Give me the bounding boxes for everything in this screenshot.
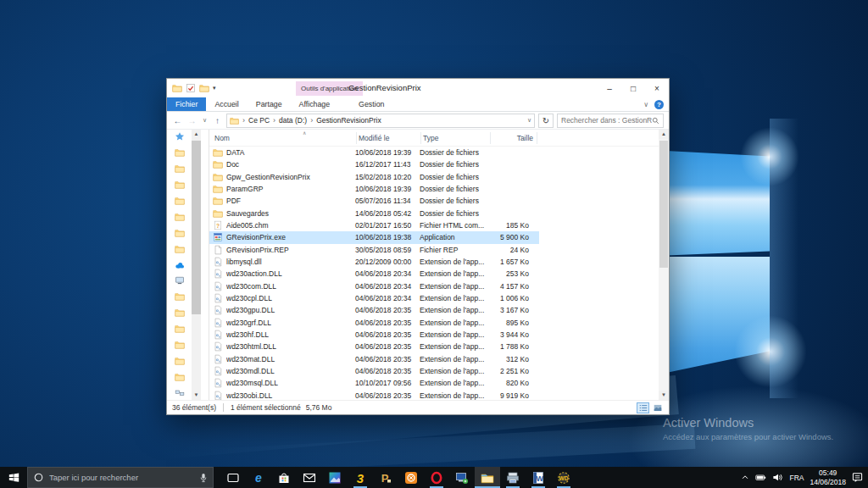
- navigation-scrollbar[interactable]: ▲ ▼: [192, 130, 201, 400]
- file-row[interactable]: PDF05/07/2016 11:34Dossier de fichiers: [209, 195, 539, 207]
- file-row[interactable]: ParamGRP10/06/2018 19:39Dossier de fichi…: [209, 183, 539, 195]
- folder-icon[interactable]: [175, 164, 185, 174]
- tab-gestion[interactable]: Gestion: [350, 97, 392, 111]
- up-icon[interactable]: ↑: [212, 116, 223, 125]
- forward-icon[interactable]: →: [186, 116, 198, 125]
- scroll-down-icon[interactable]: ▼: [192, 391, 201, 400]
- title-bar[interactable]: ▾ Outils d'application GestionRevisionPr…: [167, 79, 669, 97]
- taskbar-search-input[interactable]: Taper ici pour rechercher: [27, 467, 214, 488]
- file-row[interactable]: GRevisionPrix.exe10/06/2018 19:38Applica…: [209, 231, 539, 243]
- taskbar-app-printer[interactable]: [500, 467, 526, 488]
- folder-icon[interactable]: [175, 244, 185, 254]
- folder-icon[interactable]: [175, 372, 185, 382]
- folder-icon[interactable]: [175, 196, 185, 206]
- file-row[interactable]: Gpw_GestionRevisionPrix15/02/2018 10:20D…: [209, 171, 539, 183]
- search-input[interactable]: Rechercher dans : GestionRe...: [557, 114, 664, 128]
- help-icon[interactable]: ?: [654, 100, 664, 109]
- maximize-button[interactable]: □: [621, 79, 645, 97]
- file-row[interactable]: wd230hf.DLL04/06/2018 20:35Extension de …: [209, 329, 539, 341]
- file-row[interactable]: wd230action.DLL04/06/2018 20:34Extension…: [209, 268, 539, 280]
- tray-chevron-up-icon[interactable]: [741, 472, 749, 483]
- start-button[interactable]: [0, 467, 27, 488]
- taskbar-app-pcsoft-p[interactable]: P: [373, 467, 398, 488]
- file-row[interactable]: DATA10/06/2018 19:39Dossier de fichiers: [209, 147, 539, 158]
- file-row[interactable]: Sauvegardes14/06/2018 05:42Dossier de fi…: [209, 208, 539, 219]
- file-row[interactable]: wd230com.DLL04/06/2018 20:34Extension de…: [209, 280, 539, 292]
- file-row[interactable]: wd230msql.DLL10/10/2017 09:56Extension d…: [209, 377, 539, 389]
- column-header-type[interactable]: Type: [421, 132, 491, 144]
- taskbar-app-explorer[interactable]: [475, 467, 500, 488]
- taskbar-app-mail[interactable]: [297, 467, 322, 488]
- scroll-up-icon[interactable]: ▲: [659, 130, 669, 139]
- file-list-scrollbar[interactable]: ▲ ▼: [659, 130, 669, 400]
- action-center-icon[interactable]: [852, 472, 863, 483]
- scrollbar-thumb[interactable]: [659, 141, 668, 268]
- taskbar-app-task-view[interactable]: [220, 467, 246, 488]
- folder-icon[interactable]: [175, 356, 185, 366]
- folder-icon[interactable]: [175, 228, 185, 238]
- tab-accueil[interactable]: Accueil: [206, 97, 247, 111]
- column-header-modified[interactable]: Modifié le: [357, 132, 421, 144]
- folder-icon[interactable]: [199, 83, 209, 93]
- star-icon[interactable]: [175, 131, 185, 141]
- taskbar-app-xampp[interactable]: [398, 467, 424, 488]
- clock[interactable]: 05:49 14/06/2018: [810, 469, 846, 485]
- scroll-down-icon[interactable]: ▼: [659, 391, 669, 400]
- column-header-size[interactable]: Taille: [491, 132, 537, 144]
- file-row[interactable]: wd230gpu.DLL04/06/2018 20:35Extension de…: [209, 304, 539, 316]
- address-dropdown-chevron-icon[interactable]: ∨: [527, 117, 531, 124]
- file-row[interactable]: GRevisionPrix.REP30/05/2018 08:59Fichier…: [209, 244, 539, 256]
- breadcrumb[interactable]: ›Ce PC›data (D:)›GestionRevisionPrix ∨: [226, 114, 535, 128]
- ribbon-collapse-chevron-icon[interactable]: ∨: [643, 101, 648, 108]
- file-row[interactable]: wd230obi.DLL04/06/2018 20:35Extension de…: [209, 390, 539, 400]
- scrollbar-thumb[interactable]: [192, 141, 201, 314]
- tab-affichage[interactable]: Affichage: [291, 97, 339, 111]
- refresh-icon[interactable]: ↻: [538, 114, 554, 128]
- tab-partage[interactable]: Partage: [248, 97, 291, 111]
- minimize-button[interactable]: –: [598, 79, 621, 97]
- speaker-icon[interactable]: [772, 472, 783, 483]
- breadcrumb-item[interactable]: Ce PC: [248, 116, 270, 125]
- file-row[interactable]: wd230html.DLL04/06/2018 20:35Extension d…: [209, 341, 539, 352]
- column-header-name[interactable]: Nom: [213, 132, 357, 144]
- folder-icon[interactable]: [175, 340, 185, 350]
- taskbar-app-word[interactable]: W: [526, 467, 551, 488]
- folder-icon[interactable]: [175, 324, 185, 334]
- checkmark-icon[interactable]: [186, 83, 196, 93]
- microphone-icon[interactable]: [199, 473, 208, 483]
- file-row[interactable]: wd230mat.DLL04/06/2018 20:35Extension de…: [209, 353, 539, 365]
- tab-fichier[interactable]: Fichier: [167, 97, 206, 111]
- network-icon[interactable]: [175, 388, 185, 398]
- battery-icon[interactable]: [755, 472, 766, 483]
- breadcrumb-item[interactable]: data (D:): [279, 116, 307, 125]
- qat-customize-arrow[interactable]: ▾: [213, 85, 216, 92]
- folder-icon[interactable]: [172, 83, 182, 93]
- navigation-pane[interactable]: ▲ ▼: [167, 130, 209, 400]
- taskbar-app-opera[interactable]: [424, 467, 449, 488]
- close-button[interactable]: ×: [645, 79, 669, 97]
- folder-icon[interactable]: [175, 180, 185, 190]
- taskbar-app-remote-pc[interactable]: [449, 467, 475, 488]
- scroll-up-icon[interactable]: ▲: [192, 130, 201, 139]
- taskbar-app-windev23[interactable]: 3: [348, 467, 373, 488]
- file-row[interactable]: wd230mdl.DLL04/06/2018 20:35Extension de…: [209, 365, 539, 377]
- cloud-icon[interactable]: [175, 260, 185, 270]
- back-icon[interactable]: ←: [172, 116, 183, 125]
- file-row[interactable]: Doc16/12/2017 11:43Dossier de fichiers: [209, 158, 539, 170]
- file-row[interactable]: wd230grf.DLL04/06/2018 20:35Extension de…: [209, 317, 539, 329]
- folder-icon[interactable]: [175, 212, 185, 222]
- file-row[interactable]: ?Aide005.chm02/01/2017 16:50Fichier HTML…: [209, 219, 539, 231]
- breadcrumb-item[interactable]: GestionRevisionPrix: [316, 116, 381, 125]
- taskbar-app-wd-gear[interactable]: WD: [551, 467, 576, 488]
- folder-icon[interactable]: [175, 308, 185, 318]
- folder-icon[interactable]: [175, 291, 185, 302]
- file-row[interactable]: libmysql.dll20/12/2009 00:00Extension de…: [209, 256, 539, 268]
- taskbar-app-photos[interactable]: [322, 467, 348, 488]
- taskbar-app-store[interactable]: [271, 467, 297, 488]
- details-view-button[interactable]: [637, 402, 649, 413]
- language-indicator[interactable]: FRA: [789, 474, 804, 482]
- history-chevron-icon[interactable]: ∨: [201, 117, 209, 124]
- folder-icon[interactable]: [175, 147, 185, 158]
- taskbar-app-edge[interactable]: e: [246, 467, 271, 488]
- pc-icon[interactable]: [175, 275, 185, 286]
